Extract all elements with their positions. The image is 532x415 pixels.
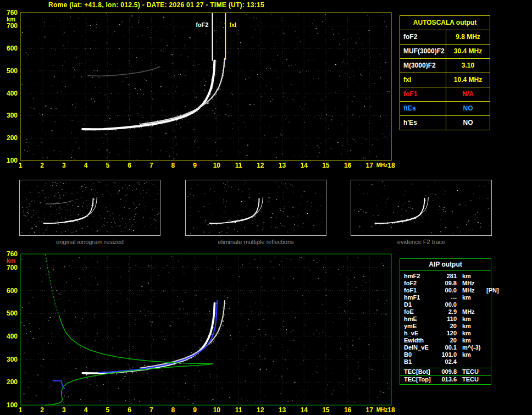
trace-speckle: [218, 88, 219, 90]
trace-speckle: [208, 93, 209, 93]
noise-dot: [307, 213, 308, 214]
noise-dot: [353, 114, 353, 115]
noise-dot: [204, 85, 205, 86]
noise-dot: [46, 182, 47, 183]
noise-dot: [204, 90, 205, 91]
noise-dot: [81, 197, 82, 198]
noise-dot: [208, 51, 209, 51]
x-tick-label: 3: [62, 406, 66, 414]
trace-speckle: [189, 115, 189, 115]
noise-dot: [301, 390, 302, 391]
noise-dot: [393, 212, 394, 213]
noise-dot: [82, 318, 83, 319]
noise-dot: [227, 308, 228, 309]
noise-dot: [273, 221, 274, 222]
noise-dot: [135, 223, 136, 223]
noise-dot: [137, 294, 137, 295]
noise-dot: [107, 191, 107, 191]
noise-dot: [156, 199, 156, 200]
noise-dot: [348, 350, 349, 351]
noise-dot: [58, 224, 59, 225]
noise-dot: [63, 34, 64, 35]
x-tick-label: 15: [322, 406, 330, 414]
noise-dot: [250, 292, 251, 292]
noise-dot: [343, 266, 344, 267]
noise-dot: [133, 202, 134, 203]
noise-dot: [122, 218, 123, 219]
noise-dot: [258, 46, 259, 46]
noise-dot: [82, 352, 83, 352]
noise-dot: [29, 199, 29, 200]
noise-dot: [146, 80, 147, 81]
trace-speckle: [210, 344, 211, 344]
noise-dot: [42, 222, 43, 223]
noise-dot: [401, 215, 402, 216]
noise-dot: [480, 223, 481, 224]
trace-speckle: [168, 121, 169, 121]
noise-dot: [93, 308, 93, 308]
noise-dot: [250, 18, 250, 18]
noise-dot: [74, 76, 75, 77]
noise-dot: [363, 212, 364, 212]
noise-dot: [180, 74, 181, 75]
trace-speckle: [134, 128, 135, 129]
noise-dot: [276, 182, 276, 182]
x-tick-label: 16: [344, 406, 352, 414]
trace-speckle: [232, 222, 233, 222]
noise-dot: [475, 225, 475, 225]
trace-speckle: [220, 81, 221, 82]
noise-dot: [307, 217, 307, 217]
noise-dot: [185, 375, 186, 376]
noise-dot: [76, 231, 76, 231]
noise-dot: [151, 302, 151, 303]
noise-dot: [134, 204, 135, 205]
noise-dot: [270, 69, 271, 69]
noise-dot: [45, 136, 46, 136]
noise-dot: [120, 225, 121, 225]
noise-dot: [270, 101, 271, 102]
noise-dot: [85, 187, 86, 188]
trace-speckle: [213, 84, 213, 85]
noise-dot: [304, 191, 305, 192]
noise-dot: [387, 91, 389, 92]
noise-dot: [23, 215, 24, 215]
noise-dot: [83, 269, 84, 270]
noise-dot: [92, 181, 92, 182]
thumbnail-plot-original: [20, 180, 160, 235]
trace-speckle: [95, 130, 96, 130]
noise-dot: [148, 377, 149, 378]
trace-speckle: [214, 307, 214, 307]
noise-dot: [73, 232, 74, 233]
trace-speckle: [77, 220, 78, 222]
y-tick-label: 760: [7, 9, 18, 16]
noise-dot: [64, 196, 65, 196]
noise-dot: [465, 233, 465, 233]
noise-dot: [235, 81, 235, 81]
noise-dot: [361, 102, 361, 103]
noise-dot: [195, 14, 196, 14]
trace-speckle: [165, 119, 166, 119]
trace-speckle: [77, 220, 78, 220]
noise-dot: [302, 353, 302, 354]
noise-dot: [64, 61, 64, 62]
noise-dot: [186, 313, 186, 314]
noise-dot: [422, 216, 423, 217]
noise-dot: [87, 378, 87, 379]
noise-dot: [194, 385, 195, 386]
noise-dot: [240, 152, 240, 153]
noise-dot: [302, 295, 303, 296]
noise-dot: [302, 109, 303, 109]
trace-speckle: [187, 113, 188, 114]
noise-dot: [283, 327, 284, 327]
noise-dot: [323, 270, 323, 271]
noise-dot: [309, 292, 310, 292]
noise-dot: [201, 340, 201, 341]
noise-dot: [358, 68, 359, 68]
noise-dot: [204, 362, 204, 362]
noise-dot: [106, 134, 107, 135]
noise-dot: [316, 28, 317, 29]
noise-dot: [107, 185, 108, 186]
noise-dot: [104, 225, 105, 226]
noise-dot: [104, 120, 105, 120]
noise-dot: [51, 385, 51, 386]
